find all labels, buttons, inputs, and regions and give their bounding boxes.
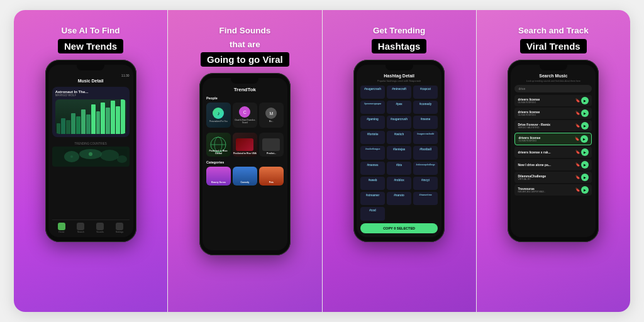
bookmark-icon[interactable]: 🔖 [575, 98, 580, 103]
bookmark-icon[interactable]: 🔖 [575, 111, 580, 115]
play-button[interactable]: ▶ [581, 161, 589, 169]
music-actions: 🔖 ▶ [575, 161, 589, 169]
hashtag-item[interactable]: #weeb [360, 177, 385, 190]
screen-1-content: 11:30 Music Detail Astronaut In The... M… [48, 65, 133, 237]
chart-bar [101, 103, 105, 134]
panel-2-title: Going to go Viral [201, 52, 289, 67]
hashtag-item[interactable]: #gaming [360, 116, 385, 129]
play-button[interactable]: ▶ [581, 186, 589, 194]
music-title: Now I drive alone pa... [518, 163, 574, 167]
hashtag-item[interactable]: #sugarcrush [387, 116, 411, 129]
hashtag-item[interactable]: #mcyt [413, 177, 438, 190]
bookmark-icon[interactable]: 🔖 [575, 136, 579, 141]
sounds-icon [96, 223, 104, 230]
nav-home[interactable]: Home [58, 223, 65, 233]
music-info: drivers license OLIVIA RODRIGO [518, 110, 574, 116]
cat-pets: Pets [259, 167, 284, 186]
person-card-personalized: ♪ Personalized For You [206, 103, 231, 128]
hashtag-item[interactable]: #memes [360, 162, 385, 175]
hashtag-item[interactable]: #bts [387, 162, 411, 175]
hashtag-item[interactable]: #videosnapchallenge [413, 162, 438, 175]
music-info: Drive Forever - Remix SERGIO VALENTINO [518, 123, 574, 129]
hashtag-item[interactable]: #рек [387, 101, 411, 114]
hashtag-item[interactable]: #itwasnttme [413, 192, 438, 205]
chart-bar [91, 104, 96, 134]
phone-4-outer: Search Music Look up trending sounds and… [508, 60, 599, 242]
usa-flag-icon [236, 138, 253, 151]
world-map-icon [53, 148, 128, 165]
home-icon [58, 223, 65, 230]
music-artist: NIA GARCIA & CASPER MAGI... [518, 191, 574, 193]
svg-point-2 [100, 150, 119, 161]
hashtag-item[interactable]: #football [413, 146, 438, 159]
screen-3-sub: Popular hashtags used with Snapcrash [360, 79, 438, 82]
predict-usa-label: Predicted to Rise USA [233, 152, 257, 155]
chart-bar [81, 109, 86, 134]
panel-1-title: New Trends [58, 39, 123, 53]
hashtag-item[interactable]: #fortnite [360, 131, 385, 144]
hashtag-item[interactable]: #streamer [360, 192, 385, 205]
hashtag-item[interactable]: #roblox [387, 177, 411, 190]
play-button[interactable]: ▶ [581, 97, 589, 104]
music-actions: 🔖 ▶ [575, 135, 588, 143]
music-actions: 🔖 ▶ [575, 122, 589, 130]
music-list: drivers license OLIVIA RODRIGO 🔖 ▶ [514, 95, 592, 233]
music-item: DilemmaChallenge VIRTUAL BY 🔖 ▶ [514, 172, 592, 183]
cat-comedy: Comedy [233, 167, 257, 186]
chart-bar [66, 120, 70, 134]
person-card-charli: C Charli & Dixie D'amelios Sound [233, 103, 257, 128]
bookmark-icon[interactable]: 🔖 [575, 150, 580, 154]
music-item-highlighted: drivers license OLIVIA RODRIGO 🔖 ▶ [514, 133, 592, 145]
hashtag-item[interactable]: #lentejas [387, 146, 411, 159]
hashtag-item[interactable]: #comedy [413, 101, 438, 114]
panel-4-title: Viral Trends [520, 39, 587, 53]
chart-bar [57, 123, 61, 134]
screen-1-title: Music Detail [52, 79, 130, 83]
panel-viral-trends: Search and Track Viral Trends Search Mus… [477, 10, 630, 312]
phone-4-screen: Search Music Look up trending sounds and… [511, 65, 596, 237]
phone-2-outer: TrendTok People ♪ Personalized For You C… [199, 73, 291, 255]
hashtag-item[interactable]: #рекомендации [360, 101, 385, 114]
chart-bar [86, 114, 91, 133]
panel-1-heading: Use AI To Find New Trends [58, 25, 123, 53]
bookmark-icon[interactable]: 🔖 [575, 175, 580, 179]
bookmark-icon[interactable]: 🔖 [575, 162, 580, 167]
search-icon [77, 223, 84, 230]
screen-3-title: Hashtag Detail [360, 74, 438, 78]
play-button[interactable]: ▶ [580, 135, 588, 143]
play-button[interactable]: ▶ [581, 109, 589, 117]
chart-bars [55, 99, 126, 134]
nav-search[interactable]: Search [77, 223, 84, 233]
phone-2-screen: TrendTok People ♪ Personalized For You C… [203, 78, 287, 250]
screen-3-content: Hashtag Detail Popular hashtags used wit… [357, 65, 441, 237]
bookmark-icon[interactable]: 🔖 [575, 123, 580, 128]
chart-area [55, 99, 126, 134]
phone-1-notch [77, 65, 104, 70]
nav-settings-label: Settings [116, 231, 124, 233]
bookmark-icon[interactable]: 🔖 [575, 187, 580, 192]
phone-3-outer: Hashtag Detail Popular hashtags used wit… [353, 60, 445, 242]
panel-hashtags: Get Trending Hashtags Hashtag Detail Pop… [323, 10, 477, 312]
search-bar[interactable]: drive [514, 85, 592, 92]
hashtag-item[interactable]: #naruto [387, 192, 411, 205]
play-button[interactable]: ▶ [581, 122, 589, 130]
chart-bar [116, 106, 120, 134]
copy-button[interactable]: COPY 0 SELECTED [360, 223, 438, 233]
nav-sounds[interactable]: Sounds [96, 223, 104, 233]
hashtag-item[interactable]: #minecraft [387, 86, 411, 99]
music-item: drivers license OLIVIA RODRIGO 🔖 ▶ [514, 108, 592, 119]
hashtag-item[interactable]: #cod [360, 207, 385, 220]
music-card-sub: MARKED WOLF [55, 94, 126, 97]
hashtag-item[interactable]: #capcut [413, 86, 438, 99]
nav-settings[interactable]: Settings [116, 223, 124, 233]
music-artist: VIRTUAL BY [518, 178, 574, 180]
hashtag-item[interactable]: #rocketleague [360, 146, 385, 159]
hashtag-item[interactable]: #meme [413, 116, 438, 129]
hashtag-item[interactable]: #sugarcrash [360, 86, 385, 99]
hashtag-item[interactable]: #twitch [387, 131, 411, 144]
play-button[interactable]: ▶ [581, 174, 589, 181]
music-actions: 🔖 ▶ [575, 174, 589, 181]
hashtag-item[interactable]: #sugarcrashedit [413, 131, 438, 144]
play-button[interactable]: ▶ [581, 148, 589, 156]
phone-2-notch [231, 78, 258, 84]
